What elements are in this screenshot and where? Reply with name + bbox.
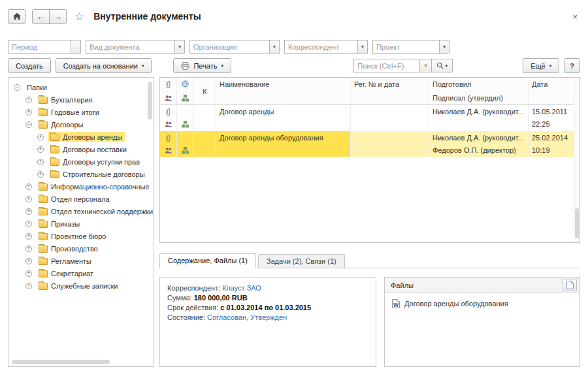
period-filter: ... [8,40,81,54]
tree-item[interactable]: + Отдел технической поддержки [8,205,154,217]
tab-tasks-links[interactable]: Задачи (2), Связи (1) [258,254,345,268]
toolbar: Создать Создать на основании▾ Печать▾ × … [8,58,580,73]
tree-expander[interactable]: + [25,208,32,215]
tree-item[interactable]: + Бухгалтерия [8,93,154,106]
organization-dropdown-button[interactable]: ▾ [269,40,280,54]
tree-expander[interactable]: + [25,258,32,264]
page-title: Внутренние документы [93,11,201,22]
table-vscrollbar-thumb[interactable] [575,208,579,238]
tree-expander[interactable]: + [25,233,32,240]
tree-expander[interactable]: + [37,159,44,165]
tree-item[interactable]: + Регламенты [8,255,154,267]
tree-expander[interactable]: + [37,134,44,140]
document-name: Договор аренды [220,108,347,116]
search-input[interactable] [353,59,420,72]
column-header-reg[interactable]: Рег. № и дата [351,78,429,104]
tree-expander[interactable]: + [25,196,32,202]
amount-value: 180 000,00 RUB [194,294,248,302]
tree-item[interactable]: + Договоры поставки [8,143,154,155]
help-button[interactable]: ? [564,58,580,73]
correspondent-dropdown-button[interactable]: ▾ [357,40,368,54]
table-header: К Наименование Рег. № и дата Подготовил … [160,78,580,105]
tree-item-label: Папки [27,84,47,91]
tree-item-label: Договоры аренды [63,133,122,141]
search-group: × ▾ [353,59,453,72]
close-icon[interactable]: × [572,12,578,21]
tree-expander[interactable]: + [25,270,32,277]
tree-item-label: Бухгалтерия [51,96,93,104]
tree-item[interactable]: + Договоры уступки прав [8,155,154,168]
hierarchy-icon [182,147,189,154]
table-row[interactable]: Договор аренды Николаев Д.А. (руководит.… [160,105,580,131]
search-clear-button[interactable]: × [420,59,432,72]
document-name: Договор аренды оборудования [220,134,347,142]
doc-type-input[interactable] [86,40,174,54]
create-button[interactable]: Создать [8,58,51,73]
tree-item[interactable]: + Информационно-справочные [8,180,154,193]
tree-item[interactable]: + Секретариат [8,267,154,279]
table-row[interactable]: Договор аренды оборудования Николаев Д.А… [160,131,580,157]
tree-expander[interactable]: − [14,84,20,91]
folder-tree: − Папки + Бухгалтерия + Годовые итоги − … [8,77,154,367]
tree-item[interactable]: + Годовые итоги [8,106,154,118]
tree-expander[interactable]: + [25,97,32,103]
folder-icon [39,121,48,129]
tree-vscrollbar-thumb[interactable] [148,82,152,119]
tree-item[interactable]: + Приказы [8,217,154,230]
table-vscrollbar[interactable] [574,78,580,242]
column-header-date[interactable]: Дата ↓ [529,78,580,104]
word-file-icon: W [392,299,400,308]
column-header-web[interactable] [177,78,194,104]
tree-expander[interactable]: − [25,121,32,128]
file-icon [566,281,574,289]
home-button[interactable] [8,9,25,24]
tree-expander[interactable]: + [25,109,32,116]
ellipsis-icon: ... [74,44,78,50]
tree-expander[interactable]: + [25,221,32,227]
tree-item[interactable]: + Проектное бюро [8,230,154,242]
chevron-down-icon: ▾ [221,63,224,69]
tree-item[interactable]: + Строительные договоры [8,168,154,180]
column-header-k[interactable]: К [194,78,216,104]
tab-content-files[interactable]: Содержание, Файлы (1) [159,253,256,268]
tree-expander[interactable]: + [37,146,44,153]
favorite-star-icon[interactable]: ☆ [74,11,84,22]
state-links[interactable]: Согласован, Утвержден [207,313,287,321]
print-button[interactable]: Печать▾ [173,58,231,73]
tree-hscrollbar-thumb[interactable] [12,360,110,364]
tree-expander[interactable]: + [25,245,32,252]
doc-type-filter: ▾ [86,40,185,54]
tree-item[interactable]: + Отдел персонала [8,193,154,205]
correspondent-input[interactable] [284,40,357,54]
tree-item[interactable]: + Договоры аренды [8,131,154,143]
tree-item[interactable]: − Договоры [8,118,154,131]
column-header-prepared[interactable]: Подготовил Подписал (утвердил) [429,78,529,104]
forward-button[interactable]: → [49,9,67,24]
files-menu-button[interactable] [563,279,577,291]
folder-icon [39,221,48,228]
file-item[interactable]: W Договор аренды оборудования [385,293,580,314]
create-based-on-button[interactable]: Создать на основании▾ [56,58,152,73]
documents-table: К Наименование Рег. № и дата Подготовил … [159,77,580,243]
tree-expander[interactable]: + [25,283,32,289]
search-icon [436,62,444,69]
organization-input[interactable] [189,40,269,54]
search-button[interactable]: ▾ [432,59,453,72]
state-label: Состояние: [167,313,205,321]
project-input[interactable] [372,40,439,54]
tree-item[interactable]: − Папки [8,81,154,93]
back-button[interactable]: ← [32,9,50,24]
period-picker-button[interactable]: ... [71,40,81,54]
tree-expander[interactable]: + [25,183,32,190]
more-button[interactable]: Ещё▾ [523,58,559,73]
tree-expander[interactable]: + [37,171,44,178]
column-header-name[interactable]: Наименование [216,78,351,104]
correspondent-link[interactable]: Кпауст ЗАО [222,284,261,292]
period-input[interactable] [8,40,71,54]
tree-item[interactable]: + Служебные записки [8,279,154,292]
doc-type-dropdown-button[interactable]: ▾ [174,40,185,54]
project-dropdown-button[interactable]: ▾ [439,40,449,54]
tree-item[interactable]: + Производство [8,242,154,255]
organization-filter: ▾ [189,40,280,54]
column-header-attachments[interactable] [160,78,177,104]
